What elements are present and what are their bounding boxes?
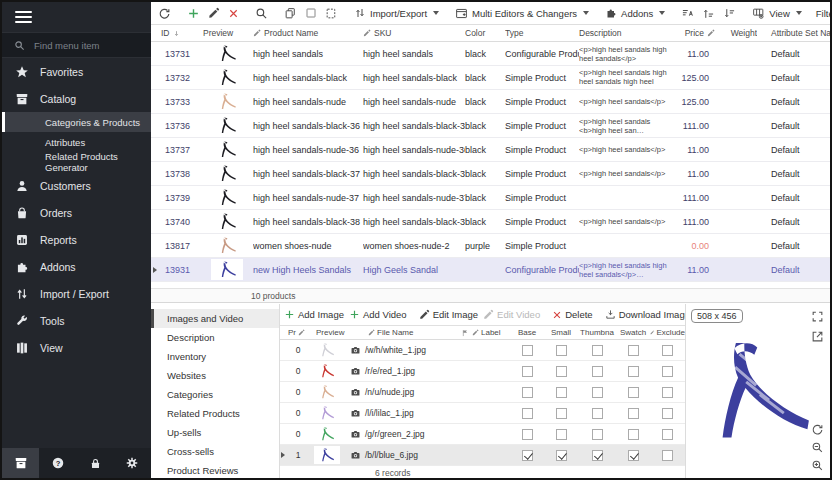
column-header-attribute-set[interactable]: Attribute Set Name bbox=[757, 28, 830, 38]
base-checkbox[interactable] bbox=[522, 387, 533, 398]
column-header-preview[interactable]: Preview bbox=[203, 28, 253, 38]
small-checkbox[interactable] bbox=[556, 387, 567, 398]
exclude-checkbox[interactable] bbox=[662, 345, 673, 356]
column-header-weight[interactable]: Weight bbox=[719, 28, 757, 38]
column-header-thumbnail[interactable]: Thumbna bbox=[578, 328, 616, 337]
addons-button[interactable]: Addons bbox=[603, 5, 667, 21]
sidebar-item-favorites[interactable]: Favorites bbox=[2, 58, 151, 85]
image-row[interactable]: 0 /n/u/nude.jpg bbox=[280, 382, 685, 403]
thumbnail-checkbox[interactable] bbox=[592, 366, 603, 377]
import-export-button[interactable]: Import/Export bbox=[352, 5, 441, 21]
tab-product-reviews[interactable]: Product Reviews bbox=[151, 461, 279, 480]
swatch-checkbox[interactable] bbox=[628, 387, 639, 398]
product-row[interactable]: 13736 high heel sandals-black-36 high he… bbox=[151, 114, 830, 138]
copy-button[interactable] bbox=[282, 5, 299, 22]
base-checkbox[interactable] bbox=[522, 450, 533, 461]
sidebar-item-tools[interactable]: Tools bbox=[2, 307, 151, 334]
delete-button[interactable] bbox=[226, 6, 241, 21]
sidebar-item-related-products-generator[interactable]: Related Products Generator bbox=[2, 152, 151, 172]
column-header-position[interactable]: Pr bbox=[288, 328, 308, 337]
image-row[interactable]: 0 /r/e/red_1.jpg bbox=[280, 361, 685, 382]
exclude-checkbox[interactable] bbox=[662, 450, 673, 461]
column-header-type[interactable]: Type bbox=[505, 28, 579, 38]
thumbnail-checkbox[interactable] bbox=[592, 408, 603, 419]
sort-button[interactable] bbox=[679, 5, 696, 22]
thumbnail-checkbox[interactable] bbox=[592, 450, 603, 461]
add-button[interactable] bbox=[185, 5, 202, 22]
paste-button[interactable] bbox=[323, 5, 340, 22]
swatch-checkbox[interactable] bbox=[628, 345, 639, 356]
search-button[interactable] bbox=[253, 5, 270, 22]
product-row[interactable]: 13739 high heel sandals-nude-37 high hee… bbox=[151, 186, 830, 210]
swatch-checkbox[interactable] bbox=[628, 429, 639, 440]
sidebar-item-addons[interactable]: Addons bbox=[2, 253, 151, 280]
edit-image-button[interactable]: Edit Image bbox=[418, 308, 479, 321]
lock-icon[interactable] bbox=[77, 448, 114, 478]
column-header-file-name[interactable]: File Name bbox=[350, 328, 462, 337]
tab-description[interactable]: Description bbox=[151, 328, 279, 347]
select-none-button[interactable] bbox=[303, 5, 319, 21]
tab-cross-sells[interactable]: Cross-sells bbox=[151, 442, 279, 461]
swatch-checkbox[interactable] bbox=[628, 366, 639, 377]
small-checkbox[interactable] bbox=[556, 408, 567, 419]
product-row[interactable]: 13931 new High Heels Sandals High Geels … bbox=[151, 258, 830, 282]
refresh-button[interactable] bbox=[156, 5, 173, 22]
product-row[interactable]: 13737 high heel sandals-nude-36 high hee… bbox=[151, 138, 830, 162]
column-header-label[interactable]: Label bbox=[472, 328, 510, 337]
exclude-checkbox[interactable] bbox=[662, 387, 673, 398]
zoom-out-icon[interactable] bbox=[811, 441, 824, 454]
small-checkbox[interactable] bbox=[556, 429, 567, 440]
tab-websites[interactable]: Websites bbox=[151, 366, 279, 385]
tab-inventory[interactable]: Inventory bbox=[151, 347, 279, 366]
image-row[interactable]: 0 /l/i/lilac_1.jpg bbox=[280, 403, 685, 424]
column-header-name[interactable]: Product Name bbox=[253, 28, 363, 38]
move-up-level-button[interactable] bbox=[700, 5, 717, 22]
download-image-button[interactable]: Download Image bbox=[604, 308, 691, 321]
fit-to-screen-icon[interactable] bbox=[811, 310, 824, 323]
add-video-button[interactable]: Add Video bbox=[348, 308, 408, 321]
column-header-exclude[interactable]: Exclude bbox=[650, 328, 685, 337]
sidebar-item-orders[interactable]: Orders bbox=[2, 199, 151, 226]
thumbnail-checkbox[interactable] bbox=[592, 387, 603, 398]
column-header-image-preview[interactable]: Preview bbox=[308, 328, 350, 337]
sidebar-item-view[interactable]: View bbox=[2, 334, 151, 361]
image-row[interactable]: 0 /g/r/green_2.jpg bbox=[280, 424, 685, 445]
small-checkbox[interactable] bbox=[556, 345, 567, 356]
open-external-icon[interactable] bbox=[811, 330, 824, 343]
delete-image-button[interactable]: Delete bbox=[551, 308, 593, 321]
base-checkbox[interactable] bbox=[522, 366, 533, 377]
menu-search-input[interactable] bbox=[32, 39, 132, 52]
gear-icon[interactable] bbox=[114, 448, 151, 478]
menu-toggle-icon[interactable] bbox=[15, 8, 32, 26]
base-checkbox[interactable] bbox=[522, 345, 533, 356]
product-row[interactable]: 13740 high heel sandals-black-38 high he… bbox=[151, 210, 830, 234]
base-checkbox[interactable] bbox=[522, 429, 533, 440]
help-icon[interactable]: ? bbox=[39, 448, 76, 478]
store-manager-icon[interactable] bbox=[2, 448, 39, 478]
sidebar-item-catalog[interactable]: Catalog bbox=[2, 85, 151, 112]
thumbnail-checkbox[interactable] bbox=[592, 345, 603, 356]
view-button[interactable]: View bbox=[750, 5, 803, 22]
sidebar-item-customers[interactable]: Customers bbox=[2, 172, 151, 199]
exclude-checkbox[interactable] bbox=[662, 408, 673, 419]
sidebar-item-attributes[interactable]: Attributes bbox=[2, 132, 151, 152]
column-header-swatch[interactable]: Swatch bbox=[616, 328, 650, 337]
column-header-sku[interactable]: SKU bbox=[363, 28, 465, 38]
thumbnail-checkbox[interactable] bbox=[592, 429, 603, 440]
product-row[interactable]: 13817 women shoes-nude women shoes-nude-… bbox=[151, 234, 830, 258]
product-row[interactable]: 13731 high heel sandals high heel sandal… bbox=[151, 42, 830, 66]
small-checkbox[interactable] bbox=[556, 450, 567, 461]
column-header-description[interactable]: Description bbox=[579, 28, 675, 38]
add-image-button[interactable]: Add Image bbox=[283, 308, 345, 321]
product-row[interactable]: 13738 high heel sandals-black-37 high he… bbox=[151, 162, 830, 186]
image-row[interactable]: 1 /b/l/blue_6.jpg bbox=[280, 445, 685, 466]
edit-video-button[interactable]: Edit Video bbox=[482, 308, 541, 321]
exclude-checkbox[interactable] bbox=[662, 429, 673, 440]
image-row[interactable]: 0 /w/h/white_1.jpg bbox=[280, 340, 685, 361]
product-row[interactable]: 13733 high heel sandals-nude high heel s… bbox=[151, 90, 830, 114]
exclude-checkbox[interactable] bbox=[662, 366, 673, 377]
tab-up-sells[interactable]: Up-sells bbox=[151, 423, 279, 442]
tab-images-and-video[interactable]: Images and Video bbox=[151, 309, 279, 328]
move-down-level-button[interactable] bbox=[721, 5, 738, 22]
sidebar-item-reports[interactable]: Reports bbox=[2, 226, 151, 253]
